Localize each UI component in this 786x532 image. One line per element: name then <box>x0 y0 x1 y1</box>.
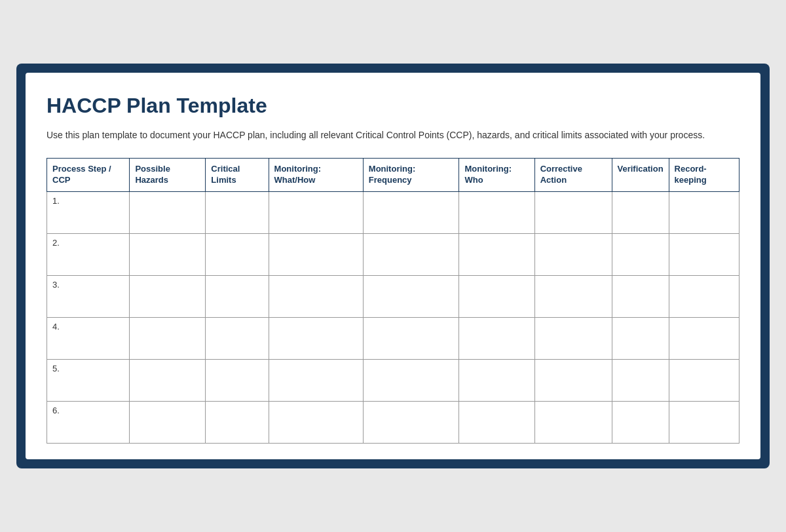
table-cell-possible-hazards <box>130 317 206 359</box>
table-cell-record-keeping <box>669 191 739 233</box>
page-title: HACCP Plan Template <box>47 94 739 118</box>
table-cell-monitoring-what-how <box>269 359 363 401</box>
table-cell-monitoring-what-how <box>269 317 363 359</box>
table-cell-monitoring-frequency <box>363 191 459 233</box>
table-cell-monitoring-who <box>459 191 534 233</box>
table-cell-corrective-action <box>534 233 612 275</box>
table-row: 6. <box>47 401 739 443</box>
table-cell-verification <box>612 191 669 233</box>
table-cell-process-step: 1. <box>47 191 130 233</box>
table-cell-corrective-action <box>534 359 612 401</box>
table-cell-verification <box>612 275 669 317</box>
table-cell-monitoring-frequency <box>363 401 459 443</box>
table-cell-monitoring-frequency <box>363 317 459 359</box>
table-cell-record-keeping <box>669 317 739 359</box>
table-cell-process-step: 6. <box>47 401 130 443</box>
table-row: 2. <box>47 233 739 275</box>
table-cell-verification <box>612 401 669 443</box>
table-cell-monitoring-who <box>459 233 534 275</box>
table-cell-corrective-action <box>534 401 612 443</box>
table-header-verification: Verification <box>612 159 669 192</box>
table-header-possible-hazards: Possible Hazards <box>130 159 206 192</box>
table-cell-possible-hazards <box>130 275 206 317</box>
table-cell-critical-limits <box>206 401 269 443</box>
table-cell-process-step: 5. <box>47 359 130 401</box>
table-cell-monitoring-what-how <box>269 191 363 233</box>
table-cell-monitoring-who <box>459 275 534 317</box>
table-cell-monitoring-frequency <box>363 359 459 401</box>
table-header-corrective-action: Corrective Action <box>534 159 612 192</box>
table-header-critical-limits: Critical Limits <box>206 159 269 192</box>
inner-container: HACCP Plan Template Use this plan templa… <box>26 73 760 459</box>
table-cell-critical-limits <box>206 317 269 359</box>
table-cell-monitoring-frequency <box>363 275 459 317</box>
table-cell-verification <box>612 233 669 275</box>
table-cell-corrective-action <box>534 191 612 233</box>
table-row: 3. <box>47 275 739 317</box>
table-cell-record-keeping <box>669 359 739 401</box>
table-cell-verification <box>612 317 669 359</box>
table-cell-possible-hazards <box>130 233 206 275</box>
table-cell-record-keeping <box>669 275 739 317</box>
table-cell-monitoring-what-how <box>269 401 363 443</box>
table-cell-process-step: 2. <box>47 233 130 275</box>
page-description: Use this plan template to document your … <box>47 128 739 142</box>
table-cell-process-step: 3. <box>47 275 130 317</box>
table-cell-monitoring-what-how <box>269 275 363 317</box>
table-cell-monitoring-who <box>459 359 534 401</box>
table-cell-monitoring-what-how <box>269 233 363 275</box>
table-cell-corrective-action <box>534 317 612 359</box>
table-cell-possible-hazards <box>130 359 206 401</box>
table-cell-critical-limits <box>206 233 269 275</box>
table-row: 5. <box>47 359 739 401</box>
table-cell-verification <box>612 359 669 401</box>
table-cell-critical-limits <box>206 275 269 317</box>
table-cell-critical-limits <box>206 191 269 233</box>
table-cell-corrective-action <box>534 275 612 317</box>
table-cell-process-step: 4. <box>47 317 130 359</box>
table-cell-monitoring-who <box>459 317 534 359</box>
table-header-monitoring-frequency: Monitoring: Frequency <box>363 159 459 192</box>
table-row: 4. <box>47 317 739 359</box>
table-header-row: Process Step / CCPPossible HazardsCritic… <box>47 159 739 192</box>
table-header-monitoring-who: Monitoring: Who <box>459 159 534 192</box>
table-header-process-step: Process Step / CCP <box>47 159 130 192</box>
table-cell-possible-hazards <box>130 401 206 443</box>
table-cell-record-keeping <box>669 233 739 275</box>
table-row: 1. <box>47 191 739 233</box>
table-header-monitoring-what-how: Monitoring: What/How <box>269 159 363 192</box>
table-cell-monitoring-frequency <box>363 233 459 275</box>
table-cell-record-keeping <box>669 401 739 443</box>
table-cell-monitoring-who <box>459 401 534 443</box>
haccp-table: Process Step / CCPPossible HazardsCritic… <box>47 158 739 444</box>
table-cell-critical-limits <box>206 359 269 401</box>
table-cell-possible-hazards <box>130 191 206 233</box>
table-header-record-keeping: Record-keeping <box>669 159 739 192</box>
outer-container: HACCP Plan Template Use this plan templa… <box>16 64 770 468</box>
